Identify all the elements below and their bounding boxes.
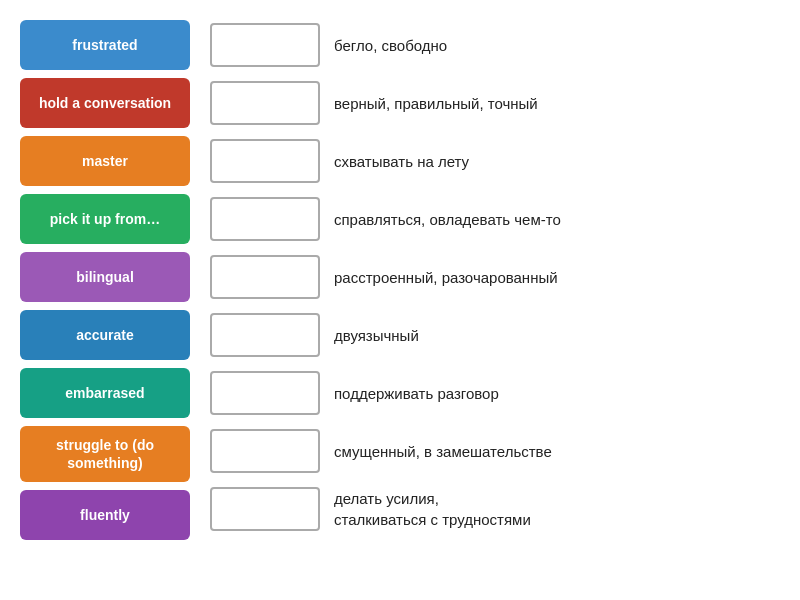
definition-text-def7: поддерживать разговор (334, 383, 499, 404)
drop-target-def7[interactable] (210, 371, 320, 415)
word-btn-fluently[interactable]: fluently (20, 490, 190, 540)
words-column: frustratedhold a conversationmasterpick … (20, 20, 190, 540)
word-btn-frustrated[interactable]: frustrated (20, 20, 190, 70)
word-btn-accurate[interactable]: accurate (20, 310, 190, 360)
definition-text-def5: расстроенный, разочарованный (334, 267, 558, 288)
match-row-def6: двуязычный (210, 310, 780, 360)
drop-target-def2[interactable] (210, 81, 320, 125)
match-row-def9: делать усилия, сталкиваться с трудностям… (210, 484, 780, 534)
match-row-def5: расстроенный, разочарованный (210, 252, 780, 302)
word-btn-hold-a-conversation[interactable]: hold a conversation (20, 78, 190, 128)
drop-target-def9[interactable] (210, 487, 320, 531)
match-column: бегло, свободноверный, правильный, точны… (210, 20, 780, 540)
drop-target-def8[interactable] (210, 429, 320, 473)
word-btn-bilingual[interactable]: bilingual (20, 252, 190, 302)
match-row-def1: бегло, свободно (210, 20, 780, 70)
word-btn-pick-it-up-from[interactable]: pick it up from… (20, 194, 190, 244)
word-btn-struggle-to[interactable]: struggle to (do something) (20, 426, 190, 482)
definition-text-def3: схватывать на лету (334, 151, 469, 172)
definition-text-def8: смущенный, в замешательстве (334, 441, 552, 462)
definition-text-def6: двуязычный (334, 325, 419, 346)
drop-target-def1[interactable] (210, 23, 320, 67)
drop-target-def3[interactable] (210, 139, 320, 183)
match-row-def2: верный, правильный, точный (210, 78, 780, 128)
word-btn-master[interactable]: master (20, 136, 190, 186)
definition-text-def1: бегло, свободно (334, 35, 447, 56)
match-row-def7: поддерживать разговор (210, 368, 780, 418)
definition-text-def9: делать усилия, сталкиваться с трудностям… (334, 488, 531, 530)
definition-text-def4: справляться, овладевать чем-то (334, 209, 561, 230)
match-row-def8: смущенный, в замешательстве (210, 426, 780, 476)
word-btn-embarrased[interactable]: embarrased (20, 368, 190, 418)
definition-text-def2: верный, правильный, точный (334, 93, 538, 114)
matching-exercise: frustratedhold a conversationmasterpick … (20, 20, 780, 540)
match-row-def3: схватывать на лету (210, 136, 780, 186)
drop-target-def4[interactable] (210, 197, 320, 241)
match-row-def4: справляться, овладевать чем-то (210, 194, 780, 244)
drop-target-def6[interactable] (210, 313, 320, 357)
drop-target-def5[interactable] (210, 255, 320, 299)
